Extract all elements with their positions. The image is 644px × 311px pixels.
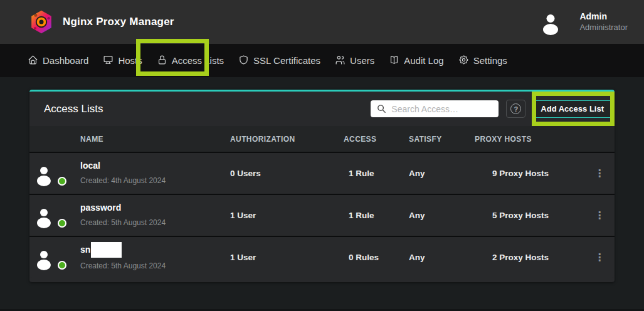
monitor-icon <box>103 55 113 67</box>
column-header-authorization: AUTHORIZATION <box>230 135 344 144</box>
satisfy-value: Any <box>409 169 475 178</box>
authorization-value: 0 Users <box>230 169 344 178</box>
proxy-hosts-value: 5 Proxy Hosts <box>475 211 594 220</box>
access-list-name: sn <box>80 243 90 256</box>
authorization-value: 1 User <box>230 253 344 262</box>
row-menu-icon[interactable]: ⋮ <box>594 253 615 263</box>
nav-label: Settings <box>473 55 507 66</box>
access-value: 0 Rules <box>344 253 409 262</box>
access-list-name: local <box>80 159 166 172</box>
nav-label: SSL Certificates <box>253 55 320 66</box>
row-menu-icon[interactable]: ⋮ <box>594 169 615 179</box>
nav-label: Hosts <box>118 55 142 66</box>
access-value: 1 Rule <box>344 169 409 178</box>
nav-label: Users <box>350 55 374 66</box>
satisfy-value: Any <box>409 253 475 262</box>
search-input[interactable] <box>371 100 499 117</box>
nav-item-dashboard[interactable]: Dashboard <box>28 55 88 67</box>
redaction-box <box>91 242 122 258</box>
online-status-dot <box>58 219 66 228</box>
question-icon: ? <box>510 103 521 114</box>
gear-icon <box>458 55 469 67</box>
table-header-row: NAME AUTHORIZATION ACCESS SATISFY PROXY … <box>29 126 615 152</box>
column-header-name: NAME <box>29 135 230 144</box>
nav-label: Dashboard <box>43 55 88 66</box>
created-date: Created: 5th August 2024 <box>80 218 166 227</box>
nav-item-access-lists[interactable]: Access Lists <box>157 55 224 67</box>
table-row[interactable]: sn Created: 5th August 2024 1 User 0 Rul… <box>29 236 615 278</box>
panel-header: Access Lists ? Add Access List <box>29 92 615 126</box>
satisfy-value: Any <box>409 211 475 220</box>
nav-item-settings[interactable]: Settings <box>458 55 507 67</box>
authorization-value: 1 User <box>230 211 344 220</box>
page-title: Access Lists <box>44 103 103 115</box>
table-row[interactable]: local Created: 4th August 2024 0 Users 1… <box>29 152 615 194</box>
book-icon <box>389 55 399 67</box>
add-access-list-button[interactable]: Add Access List <box>532 100 613 118</box>
nav-item-audit-log[interactable]: Audit Log <box>389 55 443 67</box>
nav-item-users[interactable]: Users <box>335 55 374 67</box>
user-name: Admin <box>579 11 628 23</box>
shield-icon <box>238 55 249 67</box>
nav-label: Audit Log <box>404 55 443 66</box>
online-status-dot <box>58 261 66 270</box>
nav-label: Access Lists <box>172 55 224 66</box>
nav-item-hosts[interactable]: Hosts <box>103 55 142 67</box>
nav-item-ssl-certificates[interactable]: SSL Certificates <box>238 55 320 67</box>
column-header-access: ACCESS <box>344 135 409 144</box>
proxy-hosts-value: 9 Proxy Hosts <box>475 169 594 178</box>
lock-icon <box>157 55 167 67</box>
help-button[interactable]: ? <box>506 100 525 118</box>
user-menu[interactable]: Admin Administrator <box>551 11 628 33</box>
created-date: Created: 5th August 2024 <box>80 261 166 270</box>
column-header-satisfy: SATISFY <box>409 135 475 144</box>
column-header-proxy-hosts: PROXY HOSTS <box>475 135 594 144</box>
user-role: Administrator <box>579 23 628 33</box>
app-header: Nginx Proxy Manager Admin Administrator <box>0 0 644 44</box>
access-list-name: password <box>80 201 166 214</box>
row-menu-icon[interactable]: ⋮ <box>594 211 615 221</box>
table-row[interactable]: password Created: 5th August 2024 1 User… <box>29 194 615 236</box>
search-wrap <box>371 100 499 117</box>
online-status-dot <box>58 177 66 186</box>
access-lists-panel: Access Lists ? Add Access List NAME AUTH… <box>29 90 615 282</box>
app-title: Nginx Proxy Manager <box>63 16 174 28</box>
users-icon <box>335 55 346 67</box>
main-nav: Dashboard Hosts Access Lists SSL Certifi… <box>0 44 644 77</box>
nginx-proxy-manager-logo-icon <box>29 9 54 34</box>
access-value: 1 Rule <box>344 211 409 220</box>
proxy-hosts-value: 2 Proxy Hosts <box>475 253 594 262</box>
home-icon <box>28 55 38 67</box>
created-date: Created: 4th August 2024 <box>80 176 166 185</box>
